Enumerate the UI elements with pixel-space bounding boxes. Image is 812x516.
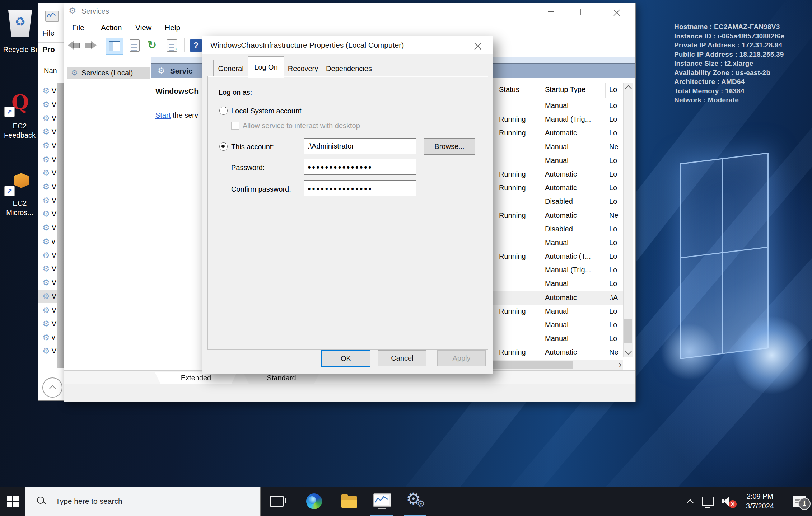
scroll-right-button[interactable]: › xyxy=(619,359,622,370)
service-list-row[interactable]: DisabledLo xyxy=(493,195,623,209)
bg-service-row[interactable]: ⚙V xyxy=(38,344,58,358)
tab-general[interactable]: General xyxy=(213,60,248,77)
allow-desktop-checkbox[interactable] xyxy=(231,122,239,130)
this-account-radio[interactable] xyxy=(219,142,228,151)
bg-service-row[interactable]: ⚙V xyxy=(38,290,58,303)
service-list-row[interactable]: RunningAutomaticNe xyxy=(493,209,623,223)
help-icon[interactable]: ? xyxy=(190,39,202,52)
perfmon-button[interactable] xyxy=(370,487,395,516)
tab-log-on[interactable]: Log On xyxy=(248,56,284,78)
service-list-row[interactable]: ManualLo xyxy=(493,236,623,250)
bg-window-expand-button[interactable] xyxy=(42,377,62,398)
scroll-up-button[interactable] xyxy=(624,83,633,93)
bg-service-row[interactable]: ⚙V xyxy=(38,98,58,111)
edge-button[interactable] xyxy=(302,487,327,516)
service-list-row[interactable]: ManualLo xyxy=(493,99,623,113)
tray-chevron-button[interactable] xyxy=(682,487,698,516)
bg-service-row[interactable]: ⚙V xyxy=(38,166,58,180)
show-console-tree-button[interactable] xyxy=(106,38,123,55)
column-separator[interactable] xyxy=(605,83,606,98)
tray-volume-button[interactable]: ✕ xyxy=(718,487,737,516)
service-list-row[interactable]: DisabledLo xyxy=(493,223,623,236)
bg-service-row[interactable]: ⚙V xyxy=(38,262,58,276)
services-app-button[interactable]: ⚙ ⚙ xyxy=(403,487,429,516)
local-system-radio[interactable] xyxy=(219,107,228,115)
titlebar[interactable]: ⚙ Services xyxy=(64,3,635,20)
column-header-startup-type[interactable]: Startup Type xyxy=(545,85,585,94)
bg-service-row[interactable]: ⚙V xyxy=(38,248,58,262)
taskbar-search[interactable]: Type here to search xyxy=(25,487,261,516)
service-list-row[interactable]: ManualLo xyxy=(493,319,623,332)
scroll-down-button[interactable] xyxy=(624,347,633,357)
menu-view[interactable]: View xyxy=(133,20,154,35)
desktop-icon-ec2-feedback[interactable]: Q ↗ EC2 Feedback xyxy=(0,92,42,145)
bg-service-row[interactable]: ⚙V xyxy=(38,139,58,153)
column-header-log-on-as[interactable]: Lo xyxy=(609,85,617,94)
menu-file[interactable]: File xyxy=(70,20,87,35)
service-list-row[interactable]: ManualLo xyxy=(493,154,623,168)
refresh-icon[interactable]: ↻ xyxy=(148,39,157,51)
service-list-row[interactable]: RunningAutomaticLo xyxy=(493,168,623,182)
menu-help[interactable]: Help xyxy=(163,20,182,35)
bg-service-row[interactable]: ⚙V xyxy=(38,194,58,207)
service-list-row[interactable]: ManualLo xyxy=(493,332,623,346)
password-input[interactable] xyxy=(304,159,416,175)
bg-service-row[interactable]: ⚙V xyxy=(38,125,58,139)
account-input[interactable] xyxy=(304,138,416,154)
bg-service-row[interactable]: ⚙V xyxy=(38,221,58,235)
horizontal-scrollbar[interactable]: › xyxy=(493,360,623,370)
dialog-titlebar[interactable]: WindowsChaosInfrastructure Properties (L… xyxy=(202,36,493,54)
horizontal-scroll-thumb[interactable] xyxy=(493,361,573,369)
vertical-scroll-thumb[interactable] xyxy=(624,319,632,343)
service-list-row[interactable]: RunningManualLo xyxy=(493,305,623,319)
start-service-link[interactable]: Start xyxy=(155,111,171,119)
bg-service-row[interactable]: ⚙V xyxy=(38,207,58,221)
properties-icon[interactable] xyxy=(130,39,140,52)
notification-center-button[interactable]: 1 xyxy=(787,487,812,516)
bg-window-name-column-header[interactable]: Nan xyxy=(44,67,57,75)
start-button[interactable] xyxy=(0,487,25,516)
local-system-label[interactable]: Local System account xyxy=(231,107,302,115)
desktop-icon-ec2-microsoft[interactable]: ↗ EC2 Micros... xyxy=(0,172,42,225)
bg-service-row[interactable]: ⚙V xyxy=(38,180,58,193)
bg-service-row[interactable]: ⚙V xyxy=(38,111,58,125)
dialog-close-button[interactable] xyxy=(469,40,487,51)
column-header-status[interactable]: Status xyxy=(499,85,519,94)
bg-service-row[interactable]: ⚙V xyxy=(38,317,58,330)
bg-service-row[interactable]: ⚙v xyxy=(38,235,58,248)
task-view-button[interactable] xyxy=(264,487,289,516)
file-explorer-button[interactable] xyxy=(337,487,362,516)
service-list-row[interactable]: Automatic.\A xyxy=(493,291,623,305)
back-button[interactable] xyxy=(68,41,80,50)
minimize-button[interactable] xyxy=(542,6,560,17)
confirm-password-input[interactable] xyxy=(304,180,416,196)
bg-window-toolbar-label[interactable]: Pro xyxy=(42,45,55,54)
browse-button[interactable]: Browse... xyxy=(424,138,475,155)
bg-service-row[interactable]: ⚙V xyxy=(38,84,58,98)
bg-window-scroll-edge[interactable] xyxy=(57,83,64,368)
service-list-row[interactable]: RunningAutomatic (T...Lo xyxy=(493,250,623,264)
cancel-button[interactable]: Cancel xyxy=(378,350,426,366)
forward-button[interactable] xyxy=(84,41,97,50)
service-list-row[interactable]: RunningAutomaticLo xyxy=(493,182,623,195)
tray-network-button[interactable] xyxy=(699,487,717,516)
bg-window-file-menu[interactable]: File xyxy=(42,29,55,37)
column-separator[interactable] xyxy=(540,83,540,98)
tab-recovery[interactable]: Recovery xyxy=(284,60,322,77)
menu-action[interactable]: Action xyxy=(99,20,124,35)
service-list-row[interactable]: ManualNe xyxy=(493,141,623,154)
ok-button[interactable]: OK xyxy=(321,350,370,367)
service-list-row[interactable]: RunningAutomaticLo xyxy=(493,127,623,140)
this-account-label[interactable]: This account: xyxy=(231,143,274,151)
bg-service-row[interactable]: ⚙V xyxy=(38,303,58,317)
bg-service-row[interactable]: ⚙v xyxy=(38,330,58,344)
taskbar-clock[interactable]: 2:09 PM 3/7/2024 xyxy=(737,487,783,516)
apply-button[interactable]: Apply xyxy=(437,350,486,366)
service-list-row[interactable]: Manual (Trig...Lo xyxy=(493,264,623,277)
close-button[interactable] xyxy=(608,6,626,17)
bg-service-row[interactable]: ⚙V xyxy=(38,153,58,166)
vertical-scrollbar[interactable] xyxy=(623,83,633,357)
service-list-row[interactable]: ManualLo xyxy=(493,277,623,291)
bg-service-row[interactable]: ⚙V xyxy=(38,276,58,290)
service-list-row[interactable]: RunningAutomaticNe xyxy=(493,346,623,358)
